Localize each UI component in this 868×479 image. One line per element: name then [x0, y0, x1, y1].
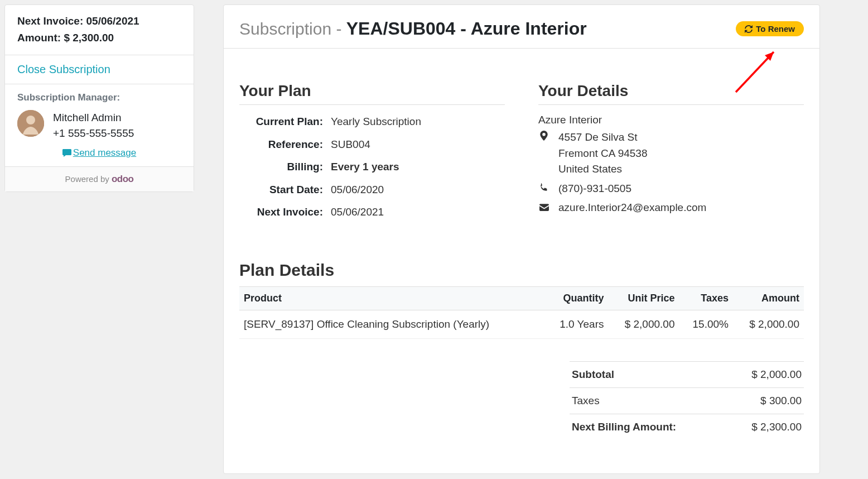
send-message-label: Send message [73, 147, 136, 158]
title-prefix: Subscription - [239, 20, 346, 38]
status-badge-label: To Renew [756, 24, 795, 33]
powered-by-brand[interactable]: odoo [112, 174, 134, 184]
refresh-icon [745, 25, 753, 33]
send-message-link[interactable]: Send message [17, 147, 181, 159]
next-invoice-label: Next Invoice: [17, 15, 86, 27]
phone-value: (870)-931-0505 [558, 181, 631, 197]
taxes-value: $ 300.00 [760, 395, 802, 407]
map-marker-icon [538, 130, 549, 146]
your-plan-section: Your Plan Current Plan:Yearly Subscripti… [239, 82, 505, 227]
next-invoice-line: Next Invoice: 05/06/2021 [17, 13, 181, 30]
cell-product: [SERV_89137] Office Cleaning Subscriptio… [239, 310, 544, 338]
title-main: YEA/SUB004 - Azure Interior [346, 18, 587, 39]
next-invoice-value-main: 05/06/2021 [331, 204, 384, 221]
taxes-label: Taxes [572, 395, 600, 407]
manager-label: Subscription Manager: [17, 92, 181, 103]
plan-details-section: Plan Details Product Quantity Unit Price… [239, 261, 804, 440]
subtotal-value: $ 2,000.00 [751, 368, 802, 381]
address-line2: Fremont CA 94538 [558, 146, 647, 162]
main-panel: Subscription - YEA/SUB004 - Azure Interi… [223, 4, 820, 474]
address-line3: United States [558, 161, 647, 178]
close-subscription-link[interactable]: Close Subscription [17, 63, 110, 76]
cell-taxes: 15.00% [679, 310, 733, 338]
table-row: [SERV_89137] Office Cleaning Subscriptio… [239, 310, 804, 338]
reference-label: Reference: [239, 137, 323, 153]
svg-marker-3 [765, 52, 774, 61]
next-billing-value: $ 2,300.00 [751, 421, 802, 433]
comment-icon [62, 149, 71, 157]
current-plan-label: Current Plan: [239, 114, 323, 130]
current-plan-value: Yearly Subscription [331, 114, 421, 130]
page-title: Subscription - YEA/SUB004 - Azure Interi… [239, 18, 587, 39]
start-date-value: 05/06/2020 [331, 182, 384, 198]
cell-amount: $ 2,000.00 [733, 310, 804, 338]
next-invoice-date: 05/06/2021 [86, 15, 139, 27]
avatar [17, 110, 44, 137]
sidebar: Next Invoice: 05/06/2021 Amount: $ 2,300… [4, 4, 194, 192]
cell-quantity: 1.0 Years [544, 310, 608, 338]
svg-point-1 [26, 116, 35, 124]
envelope-icon [538, 200, 549, 216]
col-unit-price: Unit Price [609, 286, 679, 310]
title-row: Subscription - YEA/SUB004 - Azure Interi… [224, 5, 819, 49]
email-value: azure.Interior24@example.com [558, 200, 706, 216]
manager-block: Subscription Manager: Mitchell Admin +1 … [5, 84, 194, 167]
lines-table: Product Quantity Unit Price Taxes Amount… [239, 286, 804, 339]
cell-unit-price: $ 2,000.00 [609, 310, 679, 338]
address-line1: 4557 De Silva St [558, 130, 647, 146]
subtotal-label: Subtotal [572, 368, 614, 381]
totals-block: Subtotal $ 2,000.00 Taxes $ 300.00 Next … [570, 361, 804, 440]
billing-label: Billing: [239, 159, 323, 175]
company-name: Azure Interior [538, 114, 804, 126]
status-badge-to-renew: To Renew [736, 21, 804, 36]
plan-details-heading: Plan Details [239, 261, 804, 280]
manager-name: Mitchell Admin [53, 110, 134, 126]
manager-phone: +1 555-555-5555 [53, 126, 134, 142]
your-plan-heading: Your Plan [239, 82, 505, 105]
amount-label: Amount: [17, 32, 64, 44]
your-details-section: Your Details Azure Interior 4557 De Silv… [538, 82, 804, 227]
invoice-summary-block: Next Invoice: 05/06/2021 Amount: $ 2,300… [5, 5, 194, 55]
col-quantity: Quantity [544, 286, 608, 310]
amount-line: Amount: $ 2,300.00 [17, 30, 181, 46]
phone-icon [538, 181, 549, 197]
start-date-label: Start Date: [239, 182, 323, 198]
col-product: Product [239, 286, 544, 310]
next-billing-label: Next Billing Amount: [572, 421, 676, 433]
amount-value: $ 2,300.00 [64, 32, 114, 44]
next-invoice-label-main: Next Invoice: [239, 204, 323, 221]
billing-value: Every 1 years [331, 159, 399, 175]
powered-by-label: Powered by [65, 174, 112, 184]
powered-by-block: Powered by odoo [5, 167, 194, 191]
col-amount: Amount [733, 286, 804, 310]
address-block: 4557 De Silva St Fremont CA 94538 United… [558, 130, 647, 178]
col-taxes: Taxes [679, 286, 733, 310]
close-subscription-block: Close Subscription [5, 55, 194, 84]
your-details-heading: Your Details [538, 82, 804, 105]
reference-value: SUB004 [331, 137, 370, 153]
